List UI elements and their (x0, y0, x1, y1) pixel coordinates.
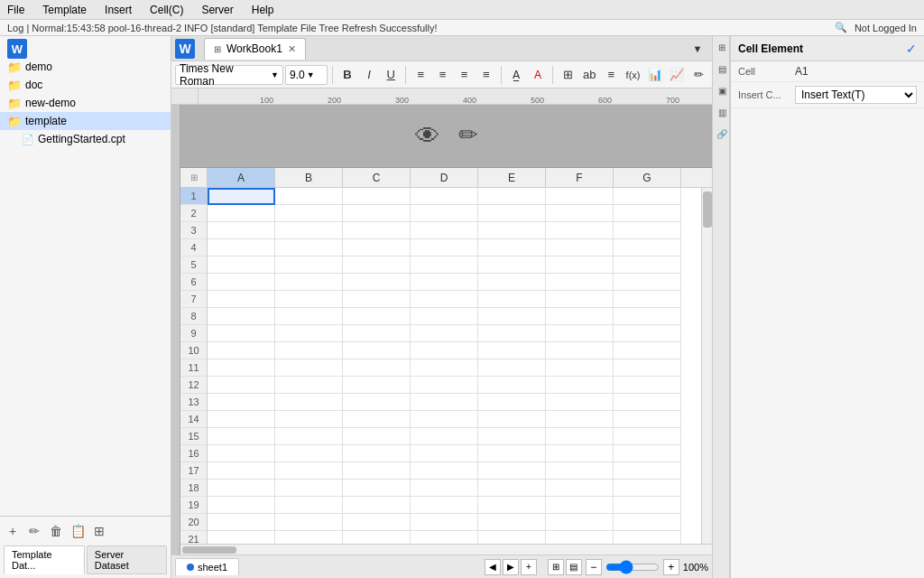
cell-b20[interactable] (275, 514, 343, 531)
cell-a1[interactable] (208, 188, 275, 205)
cell-f3[interactable] (546, 222, 614, 239)
cell-a13[interactable] (208, 394, 275, 411)
cell-style-btn[interactable]: ab (579, 64, 599, 86)
cell-f20[interactable] (546, 514, 614, 531)
cell-e5[interactable] (478, 256, 546, 274)
cell-a3[interactable] (208, 222, 275, 239)
cell-f10[interactable] (546, 342, 614, 359)
cell-g10[interactable] (614, 342, 681, 359)
col-header-b[interactable]: B (275, 168, 343, 188)
panel-insert-select[interactable]: Insert Text(T) (795, 86, 917, 104)
cell-b9[interactable] (275, 325, 343, 342)
cell-g21[interactable] (614, 531, 681, 544)
nav-next-btn[interactable]: ▶ (503, 559, 519, 575)
cell-g5[interactable] (614, 256, 681, 274)
cell-g12[interactable] (614, 377, 681, 394)
tab-server-dataset[interactable]: Server Dataset (87, 545, 167, 574)
cell-c20[interactable] (343, 514, 411, 531)
cell-b10[interactable] (275, 342, 343, 359)
cell-d2[interactable] (411, 205, 478, 222)
cell-c14[interactable] (343, 411, 411, 428)
cell-e21[interactable] (478, 531, 546, 544)
bg-color-btn[interactable]: A̲ (506, 64, 526, 86)
vertical-scrollbar[interactable] (701, 188, 712, 544)
cell-f11[interactable] (546, 359, 614, 377)
row-num-6[interactable]: 6 (180, 274, 208, 291)
menu-insert[interactable]: Insert (101, 2, 135, 18)
cell-g6[interactable] (614, 274, 681, 291)
cell-a9[interactable] (208, 325, 275, 342)
align-justify-btn[interactable]: ≡ (476, 64, 496, 86)
cell-a20[interactable] (208, 514, 275, 531)
cell-e16[interactable] (478, 445, 546, 462)
cell-d1[interactable] (411, 188, 478, 205)
cell-a16[interactable] (208, 445, 275, 462)
cell-d15[interactable] (411, 428, 478, 445)
align-center-btn[interactable]: ≡ (432, 64, 452, 86)
chart-bar-btn[interactable]: 📊 (645, 64, 665, 86)
cell-e2[interactable] (478, 205, 546, 222)
cell-g3[interactable] (614, 222, 681, 239)
strip-icon-2[interactable]: ▤ (713, 58, 731, 79)
nav-add-btn[interactable]: + (521, 559, 537, 575)
cell-e11[interactable] (478, 359, 546, 377)
cell-c6[interactable] (343, 274, 411, 291)
cell-a10[interactable] (208, 342, 275, 359)
row-num-13[interactable]: 13 (180, 394, 208, 411)
cell-c9[interactable] (343, 325, 411, 342)
cell-e18[interactable] (478, 480, 546, 497)
cell-g8[interactable] (614, 308, 681, 325)
cell-g13[interactable] (614, 394, 681, 411)
strip-icon-3[interactable]: ▣ (713, 79, 731, 101)
cell-b21[interactable] (275, 531, 343, 544)
cell-a19[interactable] (208, 497, 275, 514)
row-num-9[interactable]: 9 (180, 325, 208, 342)
col-header-d[interactable]: D (411, 168, 478, 188)
cell-a12[interactable] (208, 377, 275, 394)
cell-d20[interactable] (411, 514, 478, 531)
cell-d19[interactable] (411, 497, 478, 514)
cell-b12[interactable] (275, 377, 343, 394)
cell-d17[interactable] (411, 462, 478, 480)
zoom-slider[interactable] (605, 560, 660, 574)
zoom-minus-btn[interactable]: − (586, 559, 602, 575)
cell-e12[interactable] (478, 377, 546, 394)
cell-a5[interactable] (208, 256, 275, 274)
row-num-12[interactable]: 12 (180, 377, 208, 394)
cell-d6[interactable] (411, 274, 478, 291)
cell-b1[interactable] (275, 188, 343, 205)
row-num-17[interactable]: 17 (180, 462, 208, 480)
cell-a7[interactable] (208, 291, 275, 308)
col-header-f[interactable]: F (546, 168, 614, 188)
cell-f13[interactable] (546, 394, 614, 411)
cell-f14[interactable] (546, 411, 614, 428)
cell-g7[interactable] (614, 291, 681, 308)
cell-c4[interactable] (343, 239, 411, 256)
cell-b5[interactable] (275, 256, 343, 274)
cell-c10[interactable] (343, 342, 411, 359)
copy-tool-btn[interactable]: 📋 (69, 522, 87, 540)
cell-b4[interactable] (275, 239, 343, 256)
cell-b7[interactable] (275, 291, 343, 308)
cell-d7[interactable] (411, 291, 478, 308)
cell-a6[interactable] (208, 274, 275, 291)
cell-c11[interactable] (343, 359, 411, 377)
cell-f19[interactable] (546, 497, 614, 514)
cell-b14[interactable] (275, 411, 343, 428)
align-middle-btn[interactable]: ≡ (601, 64, 621, 86)
row-num-18[interactable]: 18 (180, 480, 208, 497)
cell-f15[interactable] (546, 428, 614, 445)
cell-e15[interactable] (478, 428, 546, 445)
cell-b8[interactable] (275, 308, 343, 325)
cell-e10[interactable] (478, 342, 546, 359)
row-num-14[interactable]: 14 (180, 411, 208, 428)
cell-b6[interactable] (275, 274, 343, 291)
add-tool-btn[interactable]: + (4, 522, 22, 540)
borders-btn[interactable]: ⊞ (558, 64, 578, 86)
cell-d14[interactable] (411, 411, 478, 428)
formula-btn[interactable]: f(x) (623, 64, 642, 86)
menu-cell[interactable]: Cell(C) (146, 2, 187, 18)
cell-e1[interactable] (478, 188, 546, 205)
menu-help[interactable]: Help (248, 2, 278, 18)
tree-folder-template[interactable]: 📁 template (0, 112, 171, 130)
